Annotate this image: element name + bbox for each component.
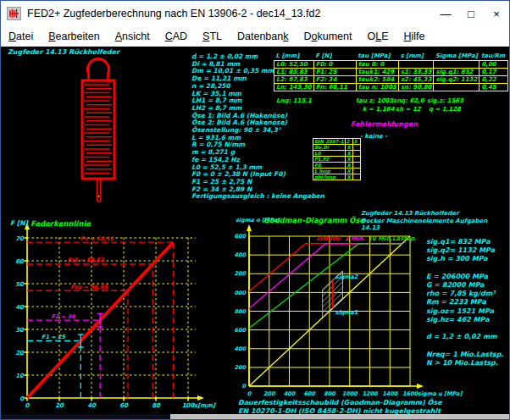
svg-text:30: 30 xyxy=(15,327,25,334)
svg-text:600: 600 xyxy=(303,390,316,397)
table-cell: X xyxy=(345,157,352,163)
table-header-cell: 3 xyxy=(352,139,360,145)
svg-text:600: 600 xyxy=(235,327,247,334)
minimize-button[interactable]: — xyxy=(433,1,458,26)
table-cell: L2: 97,83 xyxy=(274,75,314,83)
svg-text:0: 0 xyxy=(247,390,252,397)
table-header-cell: s [mm] xyxy=(398,52,434,60)
table-cell: phi/loop xyxy=(313,174,346,180)
menu-item-datenbank[interactable]: Datenbank xyxy=(230,28,296,45)
menu-item-ansicht[interactable]: Ansicht xyxy=(108,28,158,45)
table-cell: F1,F2 xyxy=(313,157,346,163)
window-title: FED2+ Zugfederberechnung nach EN 13906-2… xyxy=(27,8,320,19)
menu-item-stl[interactable]: STL xyxy=(195,28,230,45)
svg-text:1200: 1200 xyxy=(235,270,247,277)
status-strip-dark-segment xyxy=(1,414,170,419)
summary-snq: snq: 62,6 xyxy=(393,97,424,104)
close-button[interactable]: × xyxy=(484,1,509,26)
table-cell: L0 xyxy=(313,151,346,157)
svg-text:800: 800 xyxy=(235,308,247,315)
svg-text:Goodman-Diagramm Öse: Goodman-Diagramm Öse xyxy=(263,216,366,224)
table-cell xyxy=(352,163,360,169)
svg-text:40: 40 xyxy=(87,402,97,409)
svg-text:400: 400 xyxy=(235,345,247,352)
svg-text:10 Mio.Lastsp.: 10 Mio.Lastsp. xyxy=(368,235,417,242)
svg-text:0: 0 xyxy=(19,395,25,402)
svg-text:sigma u [MPa]: sigma u [MPa] xyxy=(418,390,463,397)
table-header-cell: Sigma [MPa] xyxy=(434,52,480,60)
table-cell xyxy=(352,174,360,180)
table-header-cell: DIN 2097-1 xyxy=(313,139,346,145)
table-header-cell: tau [MPa] xyxy=(356,52,398,60)
table-row: L1: 85,83F1: 25tauk1: 429s1: 33,33sig.q1… xyxy=(274,68,508,75)
table-cell: tauk1: 429 xyxy=(356,68,398,75)
svg-text:Fzk = 58,52: Fzk = 58,52 xyxy=(68,257,105,263)
svg-text:1600: 1600 xyxy=(402,390,419,397)
table-cell: X xyxy=(345,174,352,180)
table-cell xyxy=(434,83,480,91)
sn-line-100000 xyxy=(249,244,402,292)
titlebar: FED2+ Zugfederberechnung nach EN 13906-2… xyxy=(1,1,509,26)
table-cell: sn: 90,80 xyxy=(398,83,434,91)
table-cell: 0,45 xyxy=(480,83,508,91)
table-cell: 0,17 xyxy=(480,68,508,75)
menu-item-ole[interactable]: OLE xyxy=(359,28,396,45)
svg-text:s[mm]: s[mm] xyxy=(194,402,216,409)
menu-item-cad[interactable]: CAD xyxy=(158,28,195,45)
table-cell: F2: 34 xyxy=(313,75,356,83)
results-table: L [mm]F [N]tau [MPa]s [mm]Sigma [MPa]tau… xyxy=(274,52,508,91)
summary-lnq: Lnq: 115,1 xyxy=(276,97,312,104)
menubar: DateiBearbeitenAnsichtCADSTLDatenbankDok… xyxy=(1,26,509,47)
svg-text:Fzq = 46,95: Fzq = 46,95 xyxy=(70,284,108,290)
client-area: Zugfeder 14.13 Rückholfeder d = 1,2 ± 0,… xyxy=(1,47,510,416)
table-cell: 0,22 xyxy=(480,75,508,83)
table-cell xyxy=(434,60,480,68)
table-cell: tau 0: 0 xyxy=(356,60,398,68)
error-messages-title: Fehlermeldungen xyxy=(351,120,418,128)
svg-text:20: 20 xyxy=(55,402,64,409)
svg-text:0: 0 xyxy=(25,402,30,409)
table-row: De,DiX xyxy=(313,145,361,151)
table-header-cell: F [N] xyxy=(313,52,356,60)
menu-item-hilfe[interactable]: Hilfe xyxy=(396,28,432,45)
table-cell: X xyxy=(345,163,352,169)
table-row: F0X xyxy=(313,163,361,169)
svg-text:20: 20 xyxy=(15,350,25,356)
table-cell: De,Di xyxy=(313,145,346,151)
table-cell: X xyxy=(345,151,352,157)
svg-text:sigma1: sigma1 xyxy=(335,309,358,316)
svg-text:sigma2: sigma2 xyxy=(335,274,358,280)
svg-text:80: 80 xyxy=(152,402,161,409)
svg-text:1400: 1400 xyxy=(382,390,399,397)
svg-text:400: 400 xyxy=(284,390,297,397)
table-row: L2: 97,83F2: 34tauk2: 584s2: 45,33sig.q2… xyxy=(274,75,508,83)
table-cell: s1: 33,33 xyxy=(398,68,434,75)
svg-text:1 Mio.: 1 Mio. xyxy=(345,235,365,242)
table-cell: s2: 45,33 xyxy=(398,75,434,83)
table-row: L0X xyxy=(313,151,361,157)
summary-k: k = 1,164 xyxy=(363,106,395,113)
summary-tau-z: tau z: 1005 xyxy=(356,97,393,104)
menu-item-bearbeiten[interactable]: Bearbeiten xyxy=(41,28,107,45)
svg-text:200: 200 xyxy=(235,364,247,371)
table-cell xyxy=(352,169,360,174)
app-window: FED2+ Zugfederberechnung nach EN 13906-2… xyxy=(0,0,510,420)
svg-text:F1 = 25: F1 = 25 xyxy=(42,334,65,340)
table-row: phi/loopX xyxy=(313,174,361,180)
svg-text:1000: 1000 xyxy=(235,290,247,296)
svg-text:10: 10 xyxy=(15,373,25,379)
maximize-button[interactable]: □ xyxy=(458,1,484,26)
menu-item-dokument[interactable]: Dokument xyxy=(296,28,359,45)
menu-item-datei[interactable]: Datei xyxy=(1,28,41,45)
table-row: F1,F2X xyxy=(313,157,361,163)
svg-text:1200: 1200 xyxy=(362,390,379,397)
goodman-side-results: sig.q1= 832 MPa sig.q2= 1132 MPa sig.h =… xyxy=(426,238,503,368)
goodman-caption: Dauerfestigkeitsschaubild (Goodman-Diagr… xyxy=(238,399,442,415)
table-cell: tau n: 1005 xyxy=(356,83,398,91)
svg-text:1000: 1000 xyxy=(342,390,359,397)
table-row: L0: 52,50F0: 0tau 0: 00,00 xyxy=(274,60,508,68)
error-messages-body: - keine - xyxy=(360,133,387,140)
table-header-cell: tau/Rm xyxy=(480,52,508,60)
goodman-header: Zugfeder 14.13 Rückholfeder Decker Masch… xyxy=(361,210,487,232)
table-cell: F0 xyxy=(313,163,346,169)
